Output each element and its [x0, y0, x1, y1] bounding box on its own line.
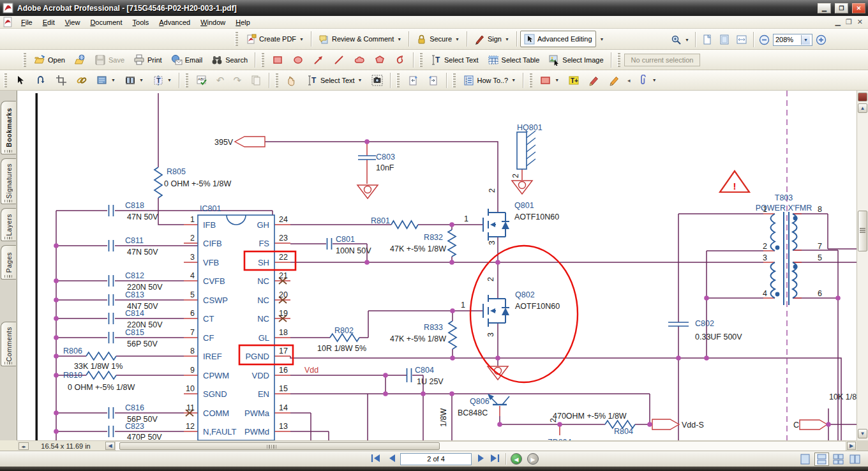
sidebar-tab-layers[interactable]: Layers: [1, 208, 16, 241]
zoom-in-tool-button[interactable]: ▼: [669, 31, 691, 48]
highlight-rectangle-tool-button[interactable]: ▼: [536, 72, 563, 89]
zoom-out-button[interactable]: [758, 31, 771, 48]
previous-view-button[interactable]: [403, 72, 423, 89]
sidebar-tab-pages[interactable]: Pages: [1, 245, 16, 280]
scroll-right-arrow[interactable]: ▶: [847, 442, 856, 450]
pencil-eraser-tool-button[interactable]: [605, 72, 624, 89]
create-pdf-button[interactable]: Create PDF▼: [242, 31, 308, 47]
minimize-button[interactable]: ▁: [818, 3, 831, 13]
spell-check-button[interactable]: ABC: [192, 72, 211, 89]
vertical-scrollbar[interactable]: ▲ ▼: [857, 91, 868, 440]
collapse-left-icon[interactable]: ◂: [627, 77, 631, 84]
splitter-widget[interactable]: ◂▸: [19, 442, 29, 450]
select-table-button[interactable]: Select Table: [484, 52, 544, 68]
scroll-left-arrow[interactable]: ◀: [105, 442, 115, 450]
menu-document[interactable]: Document: [85, 17, 127, 27]
forms-tool-button[interactable]: ▼: [93, 72, 119, 89]
menu-advanced[interactable]: Advanced: [154, 17, 195, 27]
next-view-circle-button[interactable]: ▶: [527, 453, 539, 465]
menu-view[interactable]: View: [60, 17, 86, 27]
sidebar-tab-bookmarks[interactable]: Bookmarks: [1, 101, 16, 154]
actual-size-button[interactable]: [700, 31, 715, 48]
close-button[interactable]: ✕: [852, 3, 865, 13]
toolbar-grip[interactable]: [419, 53, 423, 67]
toolbar-grip[interactable]: [396, 73, 400, 87]
crop-tool-button[interactable]: [52, 72, 71, 89]
first-page-button[interactable]: [369, 454, 382, 465]
redo-button[interactable]: ↷: [229, 72, 245, 89]
toolbar-grip[interactable]: [275, 73, 278, 87]
fit-width-button[interactable]: [734, 31, 749, 48]
zoom-level-combo[interactable]: 208%▼: [773, 34, 812, 46]
select-object-tool-button[interactable]: [11, 72, 30, 89]
previous-page-button[interactable]: [385, 454, 398, 465]
oval-tool-button[interactable]: [288, 52, 308, 68]
page-number-input[interactable]: 2 of 4: [400, 453, 472, 465]
save-button[interactable]: Save: [91, 52, 128, 68]
hand-tool-button[interactable]: [282, 72, 301, 89]
menu-window[interactable]: Window: [195, 17, 230, 27]
fit-page-button[interactable]: [717, 31, 732, 48]
maximize-button[interactable]: ❐: [835, 3, 848, 13]
secure-button[interactable]: Secure▼: [412, 31, 463, 47]
toolbar-grip[interactable]: [23, 53, 26, 67]
select-text-tool-button[interactable]: T Select Text▼: [303, 72, 366, 89]
attach-file-tool-button[interactable]: ▼: [634, 72, 661, 89]
search-button[interactable]: Search: [207, 52, 251, 68]
toolbar-grip[interactable]: [185, 73, 188, 87]
single-page-layout-button[interactable]: [798, 452, 812, 466]
how-to-button[interactable]: 123 How To..?▼: [460, 72, 520, 89]
menu-tools[interactable]: Tools: [128, 17, 154, 27]
continuous-facing-layout-button[interactable]: [831, 452, 846, 466]
toolbar-grip[interactable]: [261, 53, 264, 67]
sidebar-tab-comments[interactable]: Comments: [1, 322, 16, 366]
doc-close-icon[interactable]: ✕: [857, 18, 863, 26]
pencil-tool-button[interactable]: [585, 72, 604, 89]
snapshot-tool-button[interactable]: [368, 72, 387, 89]
sidebar-tab-signatures[interactable]: Signatures: [1, 158, 16, 204]
schematic-canvas[interactable]: 1IFB2CIFB3VFB4CVFB5CSWP6CT7CF8IREF9CPWM1…: [17, 91, 857, 440]
continuous-layout-button[interactable]: [814, 452, 829, 466]
select-text-button[interactable]: T Select Text: [426, 52, 483, 68]
text-edits-tool-button[interactable]: T+: [564, 72, 583, 89]
sign-button[interactable]: Sign▼: [470, 31, 513, 47]
toolbar-grip[interactable]: [453, 73, 456, 87]
select-image-button[interactable]: Select Image: [544, 52, 607, 68]
toolbar-grip[interactable]: [617, 53, 620, 67]
email-button[interactable]: Email: [167, 52, 207, 68]
toolbar-grip[interactable]: [4, 73, 7, 87]
vertical-scroll-thumb[interactable]: [858, 211, 867, 251]
review-comment-button[interactable]: Review & Comment▼: [315, 31, 405, 47]
copy-button[interactable]: [246, 72, 266, 89]
menu-help[interactable]: Help: [230, 17, 255, 27]
print-button[interactable]: Print: [130, 52, 166, 68]
horizontal-scroll-track[interactable]: [115, 441, 846, 451]
last-page-button[interactable]: [489, 454, 502, 465]
scroll-up-arrow[interactable]: ▲: [858, 103, 867, 113]
doc-minimize-icon[interactable]: ▁: [835, 18, 840, 26]
open-button[interactable]: Open: [30, 52, 69, 68]
link-tool-button[interactable]: [72, 72, 91, 89]
rectangle-tool-button[interactable]: [268, 52, 287, 68]
arrow-tool-button[interactable]: [309, 52, 328, 68]
movie-tool-button[interactable]: ▼: [121, 72, 147, 89]
article-marker-button[interactable]: [858, 93, 867, 101]
advanced-editing-button[interactable]: Advanced Editing: [520, 31, 596, 47]
line-tool-button[interactable]: [329, 52, 348, 68]
doc-restore-icon[interactable]: ❐: [846, 18, 852, 26]
touchup-text-tool-button[interactable]: T▼: [149, 72, 176, 89]
pencil-loop-tool-button[interactable]: [391, 52, 410, 68]
horizontal-scroll-thumb[interactable]: [119, 442, 440, 450]
annotation-ellipse-q802[interactable]: [470, 246, 578, 382]
menu-edit[interactable]: Edit: [38, 17, 60, 27]
next-page-button[interactable]: [475, 454, 488, 465]
cloud-tool-button[interactable]: [350, 52, 369, 68]
toolbar-grip[interactable]: [235, 32, 238, 46]
facing-layout-button[interactable]: [848, 452, 862, 466]
scroll-down-arrow[interactable]: ▼: [858, 429, 867, 438]
polygon-tool-button[interactable]: [370, 52, 389, 68]
open-web-page-button[interactable]: [70, 52, 89, 68]
zoom-in-button[interactable]: [814, 31, 828, 48]
touchup-reading-order-button[interactable]: [31, 72, 50, 89]
next-view-button[interactable]: [424, 72, 443, 89]
